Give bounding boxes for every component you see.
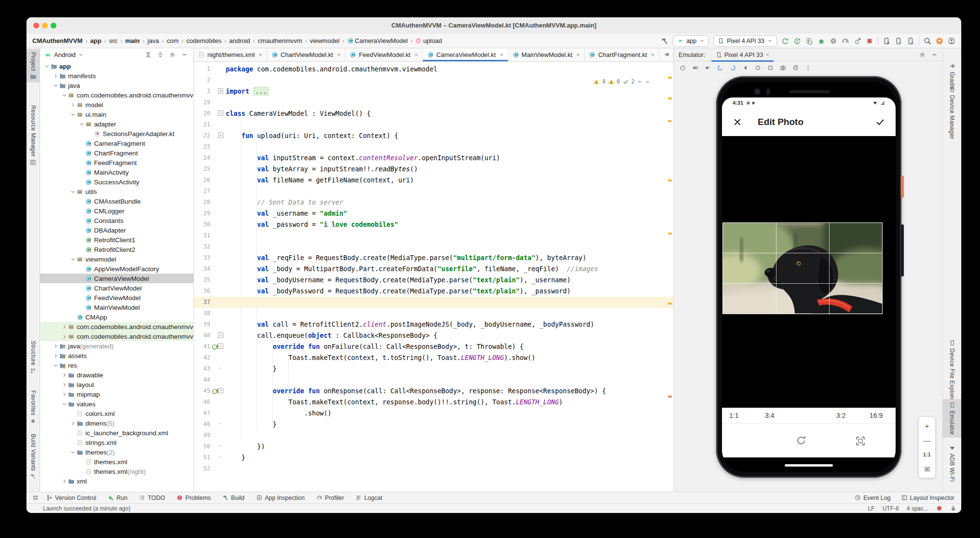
editor-tab-mainviewmodel-kt[interactable]: MainViewModel.kt× [508,48,585,61]
statusbar-tab-layout-inspector[interactable]: Layout Inspector [901,495,954,501]
tree-item-successactivity[interactable]: SuccessActivity [40,177,193,187]
breadcrumb-item[interactable]: android [229,37,250,44]
editor-tab-feedviewmodel-kt[interactable]: FeedViewModel.kt× [345,48,422,61]
breadcrumb-item[interactable]: CMAuthenMVVM [32,37,82,44]
list-run-icon[interactable] [805,37,813,45]
tree-item-viewmodel[interactable]: viewmodel [40,254,193,264]
error-stripe-mark[interactable] [668,303,672,304]
emulator-device-tab[interactable]: Pixel 4 API 33 × [711,48,774,61]
editor-tab-build-g[interactable]: build.g [659,48,673,61]
code-line-44[interactable]: 44 [194,374,673,386]
code-line-38[interactable]: 38 [194,308,673,319]
tree-item-cameraviewmodel[interactable]: CameraViewModel [40,274,193,283]
search-icon[interactable] [924,37,931,45]
breadcrumb-item[interactable]: java [148,37,159,44]
tree-item-strings-xml[interactable]: strings.xml [40,438,193,447]
zoom-actual-size-button[interactable]: 1:1 [921,448,933,461]
editor-tab-night-themes-xml[interactable]: night/themes.xml× [194,48,267,61]
update-icon[interactable] [936,37,943,45]
tree-item-sectionspageradapter-kt[interactable]: SectionsPagerAdapter.kt [40,129,193,138]
breadcrumb-item[interactable]: src [109,37,117,44]
phone-play-icon[interactable] [895,37,902,45]
fold-marker[interactable] [218,454,224,460]
code-line-47[interactable]: 47 .show() [194,408,673,419]
toolwindow-grid-icon[interactable] [32,495,39,501]
tree-item-cmapp[interactable]: CMApp [40,312,193,322]
close-tab-icon[interactable]: × [576,51,580,58]
error-stripe-mark[interactable] [668,97,672,99]
tree-item-utils[interactable]: utils [40,187,193,196]
reddot-icon[interactable] [936,505,942,511]
aspect-ratio-option-1-1[interactable]: 1:1 [729,408,738,424]
editor-tab-chartfragment-kt[interactable]: ChartFragment.kt× [585,48,659,61]
hammer-icon[interactable] [661,37,668,45]
tree-item-assets[interactable]: assets [40,351,193,360]
aspect-ratio-option-3-2[interactable]: 3:2 [836,408,845,424]
fold-marker[interactable]: − [218,343,224,349]
device-selector[interactable]: Pixel 4 API 33 [713,35,777,47]
code-line-33[interactable]: 33 val _reqFile = RequestBody.create(Med… [194,252,673,263]
tree-item-constants[interactable]: Constants [40,216,193,225]
code-line-32[interactable]: 32 [194,241,673,252]
code-line-36[interactable]: 36 val _bodyPassword = RequestBody.creat… [194,286,673,297]
tree-item-res[interactable]: res [40,360,193,370]
close-tab-icon[interactable]: × [500,51,504,58]
power-icon[interactable] [680,65,686,71]
tree-item-retrofitclient2[interactable]: RetrofitClient2 [40,245,193,254]
tree-item-cmassetbundle[interactable]: CMAssetBundle [40,196,193,206]
aspect-ratio-option-16-9[interactable]: 16:9 [870,408,883,424]
fold-marker[interactable]: + [218,88,224,94]
code-line-30[interactable]: 30 val _password = "i love codemobiles" [194,219,673,230]
code-line-37[interactable]: 37 [194,297,673,308]
tree-item-com-codemobiles-android-cmauthenmvvm[interactable]: com.codemobiles.android.cmauthenmvvm [40,322,193,331]
tree-item-chartfragment[interactable]: ChartFragment [40,148,193,158]
tree-item-themes-xml[interactable]: themes.xml (night) [40,467,193,476]
rotate-icon[interactable] [795,435,807,446]
code-line-27[interactable]: 27 [194,186,673,197]
phone-screen[interactable]: 4:31 Edit Photo [722,82,896,472]
tree-item-ic-launcher-background-xml[interactable]: ic_launcher_background.xml [40,428,193,438]
gear-icon[interactable] [169,52,176,58]
toolwindow-button-structure[interactable]: Structure [27,338,40,377]
tree-item-themes[interactable]: themes (2) [40,447,193,457]
breadcrumb-item[interactable]: CameraViewModel [355,37,408,44]
statusbar-tab-app-inspection[interactable]: App Inspection [256,495,305,501]
code-line-24[interactable]: 24 val inputStream = context.contentReso… [194,152,673,164]
statusbar-tab-logcat[interactable]: Logcat [355,495,382,501]
tree-item-java[interactable]: java (generated) [40,341,193,351]
toolwindow-button-build-variants[interactable]: Build Variants [27,431,40,483]
breadcrumb-item[interactable]: codemobiles [186,37,221,44]
more-icon[interactable] [805,65,811,71]
code-line-41[interactable]: 41− override fun onFailure(call: Call<Re… [194,341,673,352]
snapshot-icon[interactable] [792,65,799,71]
fold-marker[interactable]: − [218,332,224,338]
lock-icon[interactable] [950,505,956,511]
close-icon[interactable]: × [766,51,770,58]
toolwindow-button-device-file-explorer[interactable]: Device File Explorer [943,337,961,406]
photo-crop-canvas[interactable] [723,223,882,314]
toolwindow-button-device-manager[interactable]: Device Manager [943,83,961,142]
camera-icon[interactable] [780,65,786,71]
gear-icon[interactable] [919,52,926,58]
tree-item-cmlogger[interactable]: CMLogger [40,206,193,216]
tree-item-mipmap[interactable]: mipmap [40,389,193,399]
code-line-43[interactable]: 43 } [194,363,673,374]
debug-icon[interactable] [817,37,825,45]
inspections-widget[interactable]: 462 [593,78,650,85]
bug-step-icon[interactable] [854,37,861,45]
fold-marker[interactable] [218,421,224,427]
statusbar-tab-version-control[interactable]: Version Control [46,495,96,501]
error-stripe-mark[interactable] [668,396,672,398]
minus-icon[interactable] [931,52,938,58]
tree-item-app[interactable]: app [40,61,193,71]
code-line-39[interactable]: 39 val call = RetrofitClient2.client.pos… [194,319,673,330]
tree-item-dbadapter[interactable]: DBAdapter [40,225,193,235]
code-line-42[interactable]: 42 Toast.makeText(context, t.toString(),… [194,352,673,363]
apply-restart-icon[interactable] [781,37,789,45]
code-line-45[interactable]: 45− override fun onResponse(call: Call<R… [194,386,673,397]
tree-item-drawable[interactable]: drawable [40,370,193,380]
crop-frame-icon[interactable] [855,435,866,447]
tree-item-mainactivity[interactable]: MainActivity [40,167,193,177]
tree-item-retrofitclient1[interactable]: RetrofitClient1 [40,235,193,245]
tree-item-appviewmodelfactory[interactable]: AppViewModelFactory [40,264,193,274]
